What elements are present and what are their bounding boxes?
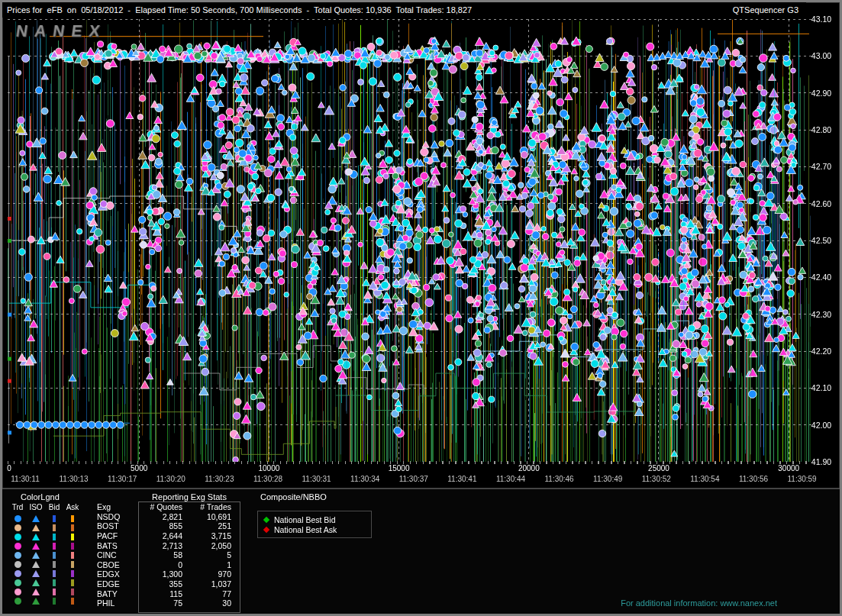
- nbbo-box: National Best BidNational Best Ask: [257, 511, 372, 538]
- ask-bar-marker: [71, 515, 74, 522]
- x-time-label: 11:30:52: [636, 475, 677, 483]
- legend-column-header: ISO: [27, 503, 45, 511]
- stats-exchange-name: CBOE: [97, 560, 141, 569]
- ask-bar-marker: [71, 552, 74, 559]
- stats-exchange-name: PHIL: [97, 598, 141, 608]
- ask-bar-marker: [71, 543, 74, 550]
- stats-quotes-value: 115: [141, 589, 187, 598]
- stats-trades-value: 5: [187, 550, 234, 560]
- x-time-label: 11:30:37: [393, 475, 434, 483]
- x-axis-ticks: 050001000015000200002500030000: [8, 464, 811, 473]
- stats-trades-value: 10,691: [187, 512, 234, 521]
- stats-col-exg: Exg: [97, 502, 141, 511]
- stats-exchange-name: PACF: [97, 531, 141, 540]
- x-time-label: 11:30:49: [587, 475, 628, 483]
- stats-row: BATY11577: [97, 589, 234, 598]
- price-label: 42.50: [807, 236, 836, 245]
- bid-bar-marker: [53, 561, 56, 568]
- bid-bar-marker: [53, 524, 56, 531]
- x-time-label: 11:30:46: [539, 475, 580, 483]
- stats-exchange-name: EDGE: [97, 579, 141, 589]
- trd-circle-marker: [15, 570, 21, 577]
- stats-trades-value: 2,050: [187, 541, 234, 550]
- stats-row: NSDQ2,82110,691: [97, 512, 234, 522]
- iso-triangle-marker: [32, 589, 40, 595]
- x-time-label: 11:30:31: [296, 475, 337, 483]
- legend-row: [8, 541, 82, 550]
- x-time-label: 11:30:56: [733, 475, 774, 483]
- legend-column-header: Ask: [63, 503, 82, 511]
- color-legend-headers: TrdISOBidAsk: [8, 503, 82, 511]
- stats-trades-value: 1: [187, 560, 234, 569]
- price-label: 42.60: [807, 199, 836, 208]
- iso-triangle-marker: [32, 579, 40, 586]
- price-label: 42.30: [807, 310, 836, 319]
- legend-row: [8, 514, 82, 523]
- nbbo-title: Composite/NBBO: [260, 492, 327, 502]
- qtsequencer-window: Prices for eFB on 05/18/2012 - Elapsed T…: [0, 0, 842, 616]
- x-time-label: 11:30:54: [684, 475, 725, 483]
- x-time-label: 11:30:34: [344, 475, 386, 483]
- iso-triangle-marker: [32, 552, 40, 559]
- stats-row: EDGX1,300970: [97, 569, 234, 579]
- bid-bar-marker: [53, 579, 56, 586]
- legend-row: [8, 550, 82, 560]
- stats-row: PACF2,6443,715: [97, 531, 234, 541]
- titlebar-info: Prices for eFB on 05/18/2012 - Elapsed T…: [7, 5, 472, 15]
- bid-bar-marker: [53, 515, 56, 522]
- legend-column-header: Trd: [8, 503, 27, 511]
- stats-row: PHIL7530: [97, 598, 234, 608]
- stats-quotes-value: 355: [141, 579, 187, 589]
- iso-triangle-marker: [32, 543, 40, 550]
- bid-bar-marker: [53, 543, 56, 550]
- iso-triangle-marker: [32, 598, 40, 605]
- stats-quotes-value: 0: [141, 560, 187, 569]
- legend-row: [8, 596, 82, 605]
- trd-circle-marker: [15, 534, 21, 540]
- nbbo-dot-icon: [263, 516, 269, 522]
- x-time-label: 11:30:28: [247, 475, 289, 483]
- legend-row: [8, 578, 82, 587]
- trd-circle-marker: [15, 561, 21, 568]
- x-time-label: 11:30:23: [198, 475, 240, 483]
- x-tick-label: 0: [0, 464, 24, 472]
- ask-bar-marker: [71, 579, 74, 586]
- stats-row: BATS2,7132,050: [97, 540, 234, 550]
- price-label: 43.00: [807, 51, 836, 60]
- footer-info: For additional information: www.nanex.ne…: [621, 598, 777, 608]
- trd-circle-marker: [15, 552, 21, 559]
- ask-bar-marker: [71, 561, 74, 568]
- ask-bar-marker: [71, 524, 74, 531]
- x-time-label: 11:30:13: [53, 475, 95, 483]
- trd-circle-marker: [15, 589, 21, 595]
- stats-trades-value: 1,037: [187, 579, 234, 589]
- trd-circle-marker: [15, 543, 21, 550]
- stats-trades-value: 30: [187, 598, 234, 608]
- stats-title: Reporting Exg Stats: [124, 492, 254, 502]
- stats-row: CINC585: [97, 550, 234, 560]
- x-tick-label: 30000: [773, 464, 804, 472]
- iso-triangle-marker: [32, 570, 40, 577]
- iso-triangle-marker: [32, 561, 40, 568]
- legend-row: [8, 569, 82, 578]
- trd-circle-marker: [15, 598, 21, 605]
- nbbo-item: National Best Bid: [264, 514, 365, 524]
- trd-circle-marker: [15, 515, 21, 522]
- legend-panel: ColorLgnd TrdISOBidAsk Reporting Exg Sta…: [2, 488, 840, 614]
- x-time-label: 11:30:59: [782, 475, 823, 483]
- color-legend-rows: [8, 514, 82, 605]
- legend-column-header: Bid: [45, 503, 63, 511]
- x-tick-label: 5000: [124, 464, 154, 472]
- stats-exchange-name: EDGX: [97, 569, 141, 579]
- bid-bar-marker: [53, 598, 56, 605]
- stats-quotes-value: 75: [141, 598, 187, 608]
- price-label: 42.70: [807, 162, 836, 171]
- stats-col-trades: # Trades: [187, 502, 234, 511]
- legend-row: [8, 523, 82, 532]
- legend-row: [8, 532, 82, 541]
- ask-bar-marker: [71, 570, 74, 577]
- x-time-label: 11:30:20: [150, 475, 192, 483]
- price-chart-canvas[interactable]: [8, 19, 811, 462]
- stats-exchange-name: BOST: [97, 521, 141, 531]
- stats-trades-value: 251: [187, 521, 234, 531]
